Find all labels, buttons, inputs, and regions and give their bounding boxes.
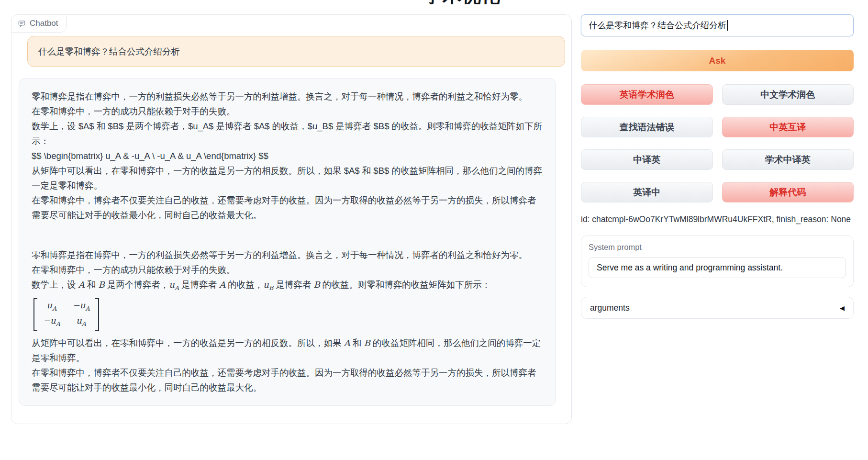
question-input[interactable]: 什么是零和博弈？结合公式介绍分析 <box>581 14 854 36</box>
quick-action-academic-zh-to-en[interactable]: 学术中译英 <box>722 149 854 170</box>
system-prompt-input[interactable]: Serve me as a writing and programming as… <box>589 257 846 278</box>
system-prompt-group: System prompt Serve me as a writing and … <box>581 236 854 287</box>
quick-action-explain-code[interactable]: 解释代码 <box>722 182 854 202</box>
math-variable: uA <box>76 315 86 325</box>
matrix-cell: uA <box>43 300 60 314</box>
math-variable: uA <box>169 280 179 290</box>
math-variable: B <box>364 338 370 348</box>
matrix-cell: −uA <box>43 315 60 330</box>
quick-actions-grid: 英语学术润色中文学术润色查找语法错误中英互译中译英学术中译英英译中解释代码 <box>581 84 854 202</box>
payoff-matrix-line: uA−uA−uAuA <box>32 295 543 336</box>
quick-action-zh-en-mutual-translate[interactable]: 中英互译 <box>722 117 854 137</box>
bot-message-rendered-block: 零和博弈是指在博弈中，一方的利益损失必然等于另一方的利益增益。换言之，对于每一种… <box>32 247 543 395</box>
math-variable: −uA <box>73 300 90 310</box>
math-variable: uB <box>263 280 273 290</box>
bot-message-raw-block: 零和博弈是指在博弈中，一方的利益损失必然等于另一方的利益增益。换言之，对于每一种… <box>32 89 543 223</box>
chatbot-panel: Chatbot 什么是零和博弈？结合公式介绍分析 零和博弈是指在博弈中，一方的利… <box>11 14 572 424</box>
bot-rendered-intro: 零和博弈是指在博弈中，一方的利益损失必然等于另一方的利益增益。换言之，对于每一种… <box>32 247 543 295</box>
chat-messages: 什么是零和博弈？结合公式介绍分析 零和博弈是指在博弈中，一方的利益损失必然等于另… <box>11 15 571 415</box>
chatbot-label: Chatbot <box>11 14 67 33</box>
matrix-cells: uA−uA−uAuA <box>37 298 95 331</box>
bot-rendered-outro: 从矩阵中可以看出，在零和博弈中，一方的收益是另一方的相反数。所以，如果 A 和 … <box>32 336 543 395</box>
matrix-cell: uA <box>73 315 90 330</box>
bot-message: 零和博弈是指在博弈中，一方的利益损失必然等于另一方的利益增益。换言之，对于每一种… <box>19 78 556 406</box>
status-line: id: chatcmpl-6wOo7KrYTwMl89lbrMWRu4UkFFX… <box>581 214 854 224</box>
chatbot-label-text: Chatbot <box>30 19 58 28</box>
text-cursor <box>727 20 728 31</box>
math-variable: uA <box>47 300 57 310</box>
math-variable: −uA <box>43 315 60 325</box>
math-variable: A <box>219 280 225 290</box>
right-panel: 什么是零和博弈？结合公式介绍分析 Ask 英语学术润色中文学术润色查找语法错误中… <box>581 14 854 319</box>
math-variable: B <box>98 280 104 290</box>
collapse-triangle-icon: ◀ <box>840 304 845 312</box>
quick-action-zh-to-en[interactable]: 中译英 <box>581 149 713 170</box>
question-input-value: 什么是零和博弈？结合公式介绍分析 <box>589 20 726 31</box>
arguments-accordion[interactable]: arguments ◀ <box>581 297 854 319</box>
main-layout: Chatbot 什么是零和博弈？结合公式介绍分析 零和博弈是指在博弈中，一方的利… <box>0 0 868 424</box>
quick-action-english-academic-polish[interactable]: 英语学术润色 <box>581 84 713 105</box>
quick-action-chinese-academic-polish[interactable]: 中文学术润色 <box>722 84 854 105</box>
quick-action-en-to-zh[interactable]: 英译中 <box>581 182 713 202</box>
accordion-label: arguments <box>590 303 630 313</box>
left-bracket <box>33 298 37 331</box>
quick-action-find-grammar-errors[interactable]: 查找语法错误 <box>581 117 713 137</box>
ask-button[interactable]: Ask <box>581 50 854 71</box>
matrix-cell: −uA <box>73 300 90 314</box>
right-bracket <box>95 298 99 331</box>
user-message: 什么是零和博弈？结合公式介绍分析 <box>27 36 565 67</box>
system-prompt-label: System prompt <box>589 243 846 252</box>
payoff-matrix: uA−uA−uAuA <box>33 298 99 331</box>
chat-bubble-icon <box>18 20 26 28</box>
math-variable: B <box>313 280 320 290</box>
math-variable: A <box>344 338 350 348</box>
math-variable: A <box>78 280 85 290</box>
